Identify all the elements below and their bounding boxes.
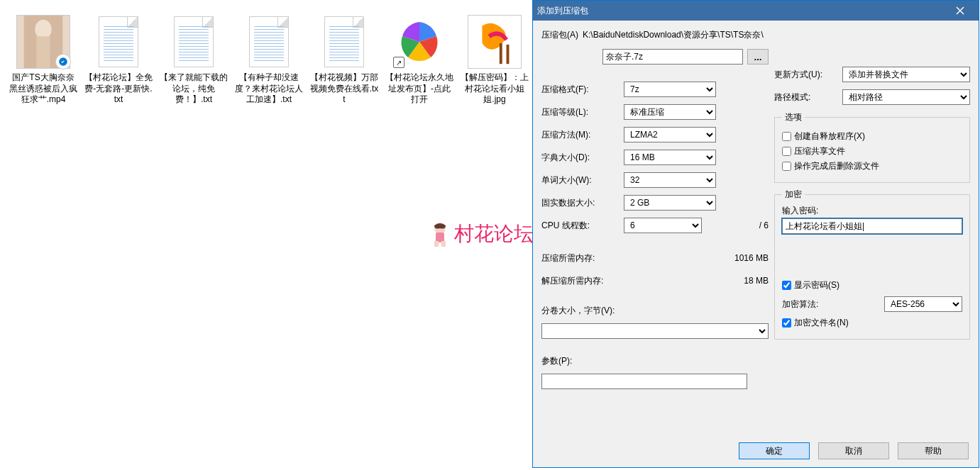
file-item[interactable]: 【村花视频】万部视频免费在线看.txt [307,14,382,106]
encryption-group: 加密 输入密码: 显示密码(S) 加密算法:AES-256 加密文件名(N) [774,189,970,340]
dialog-body: 压缩包(A) K:\BaiduNetdiskDownload\资源分享\TS\T… [533,21,979,435]
svg-rect-7 [500,43,502,64]
ok-button[interactable]: 确定 [739,442,810,459]
dialog-right-column: 更新方式(U):添加并替换文件 路径模式:相对路径 选项 创建自释放程序(X) … [774,29,970,426]
mem-decomp-value: 18 MB [744,276,769,286]
svg-rect-3 [36,36,50,68]
threads-label: CPU 线程数: [541,220,620,232]
file-label: 【来了就能下载的论坛，纯免费！】.txt [156,72,231,106]
encrypt-names-label: 加密文件名(N) [794,317,849,329]
watermark-girl-icon [426,220,454,248]
pathmode-select[interactable]: 相对路径 [842,89,970,105]
browse-button[interactable]: ... [747,49,769,65]
dialog-titlebar[interactable]: 添加到压缩包 [533,1,979,21]
archive-name-input[interactable] [602,49,743,65]
file-label: 【村花论坛】全免费-无套路-更新快.txt [81,72,156,106]
file-item[interactable]: 【有种子却没速度？来村花论坛人工加速】.txt [231,14,307,106]
sfx-checkbox[interactable] [782,132,791,141]
help-button[interactable]: 帮助 [898,442,969,459]
enc-method-label: 加密算法: [782,298,846,310]
file-label: 国产TS大胸奈奈黑丝诱惑被后入疯狂求艹.mp4 [6,72,81,106]
file-item[interactable]: 国产TS大胸奈奈黑丝诱惑被后入疯狂求艹.mp4 [6,14,81,106]
svg-point-2 [35,20,51,39]
update-label: 更新方式(U): [774,69,838,81]
text-file-icon [166,14,221,69]
word-label: 单词大小(W): [541,174,620,186]
dict-label: 字典大小(D): [541,152,620,164]
options-legend: 选项 [782,111,805,123]
level-select[interactable]: 标准压缩 [624,104,716,120]
archive-path: K:\BaiduNetdiskDownload\资源分享\TS\TS奈奈\ [583,29,769,41]
password-input[interactable] [782,218,962,234]
method-label: 压缩方法(M): [541,129,620,141]
share-checkbox[interactable] [782,147,791,156]
update-select[interactable]: 添加并替换文件 [842,67,970,82]
password-label: 输入密码: [782,205,962,217]
level-label: 压缩等级(L): [541,106,620,118]
shortcut-thumbnail: ↗ [392,14,447,69]
file-label: 【有种子却没速度？来村花论坛人工加速】.txt [231,72,307,106]
file-item[interactable]: 【解压密码】：上村花论坛看小姐姐.jpg [457,14,532,106]
close-icon [956,6,964,15]
svg-rect-12 [441,241,446,247]
format-label: 压缩格式(F): [541,84,620,96]
file-item[interactable]: ↗ 【村花论坛永久地址发布页】-点此打开 [382,14,457,106]
file-label: 【村花论坛永久地址发布页】-点此打开 [382,72,457,106]
solid-label: 固实数据大小: [541,197,620,209]
watermark: 村花论坛 [426,220,534,248]
split-select[interactable] [541,323,769,339]
svg-rect-10 [436,233,444,242]
threads-select[interactable]: 6 [624,218,702,233]
format-select[interactable]: 7z [624,82,716,97]
cancel-button[interactable]: 取消 [818,442,889,459]
params-input[interactable] [541,374,747,389]
dict-select[interactable]: 16 MB [624,150,716,165]
mem-comp-label: 压缩所需内存: [541,252,620,264]
svg-rect-8 [507,45,510,64]
add-to-archive-dialog: 添加到压缩包 压缩包(A) K:\BaiduNetdiskDownload\资源… [532,0,979,468]
text-file-icon [241,14,297,69]
split-label: 分卷大小，字节(V): [541,306,615,315]
sfx-label: 创建自释放程序(X) [794,130,865,142]
dialog-left-column: 压缩包(A) K:\BaiduNetdiskDownload\资源分享\TS\T… [541,29,769,426]
archive-label: 压缩包(A) [541,29,578,41]
svg-point-9 [434,223,446,234]
share-label: 压缩共享文件 [794,145,845,157]
mem-decomp-label: 解压缩所需内存: [541,275,620,287]
video-thumbnail [16,14,71,69]
threads-max: / 6 [759,220,769,230]
file-label: 【村花视频】万部视频免费在线看.txt [307,72,382,106]
enc-method-select[interactable]: AES-256 [884,296,962,312]
delete-label: 操作完成后删除源文件 [794,160,879,172]
encryption-legend: 加密 [782,189,805,201]
encrypt-names-checkbox[interactable] [782,318,791,328]
mem-comp-value: 1016 MB [734,253,769,263]
show-password-label: 显示密码(S) [794,279,839,291]
text-file-icon [316,14,372,69]
watermark-text: 村花论坛 [454,220,534,247]
file-item[interactable]: 【来了就能下载的论坛，纯免费！】.txt [156,14,231,106]
solid-select[interactable]: 2 GB [624,195,716,211]
options-group: 选项 创建自释放程序(X) 压缩共享文件 操作完成后删除源文件 [774,111,970,183]
method-select[interactable]: LZMA2 [624,127,716,142]
file-label: 【解压密码】：上村花论坛看小姐姐.jpg [457,72,532,106]
shortcut-arrow-icon: ↗ [393,57,404,68]
show-password-checkbox[interactable] [782,281,791,290]
dialog-footer: 确定 取消 帮助 [533,435,979,467]
dialog-title: 添加到压缩包 [537,5,946,17]
close-button[interactable] [946,3,974,18]
sync-badge-icon [55,54,71,69]
svg-rect-11 [434,241,439,247]
word-select[interactable]: 32 [624,172,716,188]
delete-checkbox[interactable] [782,162,791,171]
text-file-icon [91,14,146,69]
params-label: 参数(P): [541,356,572,366]
pathmode-label: 路径模式: [774,91,838,103]
file-item[interactable]: 【村花论坛】全免费-无套路-更新快.txt [81,14,156,106]
image-thumbnail [467,14,522,69]
